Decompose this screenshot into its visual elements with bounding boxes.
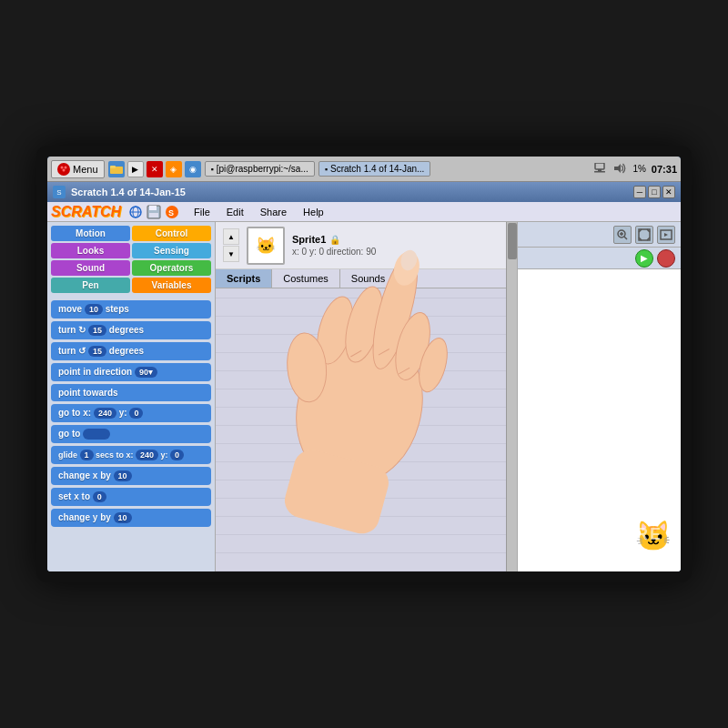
sprite-lock-icon: 🔒	[329, 235, 340, 245]
svg-marker-9	[614, 164, 621, 173]
scratch-title: Scratch 1.4 of 14-Jan-15	[71, 187, 628, 197]
blocks-panel: Motion Control Looks Sensing Sound Opera…	[47, 222, 216, 571]
sprite-info: ▲ ▼ 🐱 Sprite1 🔒 x: 0 y: 0 direction: 9	[216, 222, 506, 269]
volume-level: 1%	[632, 164, 645, 174]
block-set-x[interactable]: set x to 0	[51, 488, 211, 506]
stage-present[interactable]	[657, 226, 675, 244]
cat-sensing-btn[interactable]: Sensing	[132, 243, 211, 258]
window-buttons: ─ □ ✕	[633, 186, 675, 198]
svg-marker-28	[664, 233, 668, 237]
taskbar-right: 1% 07:31	[592, 163, 677, 176]
block-go-to-xy[interactable]: go to x: 240 y: 0	[51, 404, 211, 422]
monitor-frame: Menu ▶ ✕ ◈	[36, 146, 692, 582]
svg-rect-8	[594, 171, 605, 173]
script-tabs: Scripts Costumes Sounds	[216, 269, 506, 288]
sprite-name: Sprite1	[292, 234, 326, 245]
scratch-titlebar: S Scratch 1.4 of 14-Jan-15 ─ □ ✕	[47, 182, 681, 202]
taskbar-icon-red[interactable]: ✕	[147, 161, 163, 177]
scratch-main: Motion Control Looks Sensing Sound Opera…	[47, 222, 681, 571]
taskbar-scratch-window[interactable]: ▪ Scratch 1.4 of 14-Jan...	[318, 161, 431, 177]
maximize-button[interactable]: □	[648, 186, 661, 198]
stage-zoom-in[interactable]	[613, 226, 632, 244]
svg-point-2	[65, 166, 67, 168]
cat-pen-btn[interactable]: Pen	[51, 278, 130, 293]
svg-line-21	[624, 237, 627, 239]
cat-looks-btn[interactable]: Looks	[51, 243, 130, 258]
sprite-coords: x: 0 y: 0 direction: 90	[292, 247, 376, 257]
cat-variables-btn[interactable]: Variables	[132, 278, 211, 293]
menu-file[interactable]: File	[187, 205, 217, 219]
scrollbar-thumb[interactable]	[508, 223, 517, 259]
close-button[interactable]: ✕	[662, 186, 675, 198]
menu-share[interactable]: Share	[253, 205, 294, 219]
blocks-list: move 10 steps turn ↻ 15 degrees turn ↺ 1…	[47, 297, 215, 571]
block-point-towards[interactable]: point towards	[51, 384, 211, 401]
cat-operators-btn[interactable]: Operators	[132, 260, 211, 276]
script-canvas[interactable]	[216, 288, 506, 571]
block-change-y[interactable]: change y by 10	[51, 509, 211, 527]
clock: 07:31	[652, 164, 677, 175]
taskbar-icon-terminal[interactable]: ▶	[127, 161, 144, 177]
globe-icon	[128, 205, 143, 219]
svg-rect-6	[595, 163, 604, 169]
scratch-logo: SCRATCH	[51, 204, 121, 220]
block-turn-right[interactable]: turn ↻ 15 degrees	[51, 321, 211, 339]
sprite-nav-down[interactable]: ▼	[223, 246, 239, 262]
cat-motion-btn[interactable]: Motion	[51, 226, 130, 241]
block-point-direction[interactable]: point in direction 90▾	[51, 363, 211, 381]
svg-rect-5	[110, 166, 116, 168]
taskbar-menu-button[interactable]: Menu	[51, 160, 105, 178]
block-move[interactable]: move 10 steps	[51, 300, 211, 318]
sprite-details: Sprite1 🔒 x: 0 y: 0 direction: 90	[292, 234, 376, 257]
green-flag-button[interactable]: ▶	[635, 249, 653, 268]
svg-rect-15	[149, 213, 158, 217]
sprite-nav-up[interactable]: ▲	[223, 228, 239, 245]
script-area-wrapper: ▲ ▼ 🐱 Sprite1 🔒 x: 0 y: 0 direction: 9	[216, 222, 506, 571]
block-go-to[interactable]: go to	[51, 425, 211, 443]
svg-point-3	[63, 168, 66, 171]
raspberry-icon	[57, 163, 70, 176]
menu-edit[interactable]: Edit	[219, 205, 251, 219]
taskbar-volume-icon[interactable]	[612, 163, 627, 176]
waveshare-watermark: WAVESHARE	[541, 525, 662, 544]
svg-rect-7	[598, 169, 602, 171]
stage-area: ▶ 🐱	[517, 222, 681, 571]
cat-sound-btn[interactable]: Sound	[51, 260, 130, 276]
svg-rect-14	[149, 206, 157, 210]
stage-toolbar	[518, 222, 681, 248]
terminal-label: [pi@raspberrypi:~/sa...	[217, 164, 308, 174]
scratch-app-icon: S	[53, 186, 66, 198]
stop-button[interactable]	[657, 249, 675, 268]
minimize-button[interactable]: ─	[633, 186, 646, 198]
taskbar-icon-orange[interactable]: ◈	[166, 161, 182, 177]
taskbar-quick-launch: ▶ ✕ ◈ ◉	[108, 161, 201, 177]
block-change-x[interactable]: change x by 10	[51, 467, 211, 485]
save-icon[interactable]	[147, 205, 161, 219]
screen: Menu ▶ ✕ ◈	[47, 157, 681, 571]
cat-control-btn[interactable]: Control	[132, 226, 211, 241]
script-scrollbar[interactable]	[506, 222, 517, 571]
menu-label: Menu	[73, 164, 98, 175]
tab-scripts[interactable]: Scripts	[216, 269, 272, 288]
scratch-window: S Scratch 1.4 of 14-Jan-15 ─ □ ✕ SCRATCH	[47, 182, 681, 571]
scratch-taskbar-label: Scratch 1.4 of 14-Jan...	[330, 164, 424, 174]
scratch-menubar: SCRATCH	[47, 202, 681, 222]
tab-costumes[interactable]: Costumes	[272, 269, 340, 288]
svg-text:S: S	[168, 208, 174, 217]
tab-sounds[interactable]: Sounds	[340, 269, 397, 288]
scratch-icon-badge: S	[165, 205, 179, 219]
stage-controls: ▶	[518, 248, 681, 269]
sprite-thumbnail: 🐱	[247, 227, 285, 265]
block-turn-left[interactable]: turn ↺ 15 degrees	[51, 342, 211, 360]
block-glide[interactable]: glide 1 secs to x: 240 y: 0	[51, 446, 211, 464]
taskbar-network-icon	[592, 163, 607, 176]
menu-help[interactable]: Help	[296, 205, 331, 219]
stage-fullscreen[interactable]	[635, 226, 653, 244]
taskbar-icon-blue[interactable]: ◉	[185, 161, 201, 177]
taskbar-terminal-window[interactable]: ▪ [pi@raspberrypi:~/sa...	[205, 161, 315, 177]
taskbar-icon-folder[interactable]	[108, 161, 125, 177]
taskbar: Menu ▶ ✕ ◈	[47, 157, 681, 182]
svg-point-1	[61, 166, 64, 168]
category-tabs: Motion Control Looks Sensing Sound Opera…	[47, 222, 215, 297]
